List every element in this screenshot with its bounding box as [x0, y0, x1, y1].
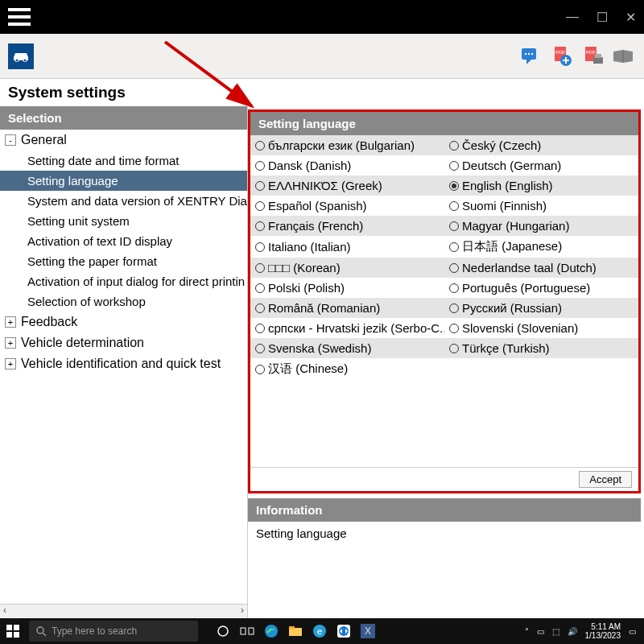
svg-rect-16	[6, 632, 12, 638]
tray-chevron-icon[interactable]: ˄	[525, 627, 529, 636]
radio-icon[interactable]	[255, 283, 265, 293]
svg-point-18	[37, 627, 43, 634]
information-header: Information	[248, 498, 641, 522]
radio-icon[interactable]	[449, 181, 459, 191]
minimize-button[interactable]: —	[566, 10, 579, 24]
tree-toggle-icon[interactable]: +	[5, 337, 16, 349]
hamburger-menu[interactable]	[8, 8, 31, 26]
radio-icon[interactable]	[255, 344, 265, 353]
radio-icon[interactable]	[449, 324, 459, 333]
ie-icon[interactable]: e	[311, 622, 328, 640]
radio-icon[interactable]	[255, 161, 265, 171]
radio-icon[interactable]	[255, 324, 265, 333]
language-option[interactable]: 汉语 (Chinese)	[250, 358, 444, 380]
svg-point-0	[15, 59, 19, 62]
book-icon[interactable]	[610, 43, 636, 69]
sidebar-item[interactable]: Activation of text ID display	[0, 231, 247, 251]
language-option[interactable]: Français (French)	[250, 216, 444, 236]
sidebar-item[interactable]: Activation of input dialog for direct pr…	[0, 271, 247, 291]
tree-toggle-icon[interactable]: +	[5, 316, 16, 328]
sidebar-scrollbar[interactable]: ‹ ›	[0, 604, 247, 618]
sidebar-item[interactable]: +Vehicle determination	[0, 332, 247, 353]
language-option[interactable]: 日本語 (Japanese)	[444, 236, 638, 258]
pdf-load-icon[interactable]: PDF	[549, 43, 575, 69]
tray-volume-icon[interactable]: 🔊	[568, 627, 577, 636]
maximize-button[interactable]: ☐	[597, 10, 608, 25]
sidebar-item[interactable]: Selection of workshop	[0, 291, 247, 312]
tray-network-icon[interactable]: ⬚	[552, 627, 559, 636]
svg-point-5	[531, 52, 533, 54]
sidebar-item[interactable]: Setting date and time format	[0, 151, 247, 171]
tray-battery-icon[interactable]: ▭	[537, 627, 544, 636]
sidebar-item[interactable]: Setting unit system	[0, 211, 247, 231]
sidebar-item[interactable]: Setting the paper format	[0, 251, 247, 271]
language-option[interactable]: Español (Spanish)	[250, 196, 444, 216]
language-option[interactable]: English (English)	[444, 175, 638, 196]
radio-icon[interactable]	[255, 242, 265, 252]
language-option[interactable]: Magyar (Hungarian)	[444, 216, 638, 236]
chat-icon[interactable]	[518, 43, 544, 69]
scroll-right-icon[interactable]: ›	[241, 605, 244, 618]
radio-icon[interactable]	[255, 221, 265, 231]
task-view-icon[interactable]	[238, 622, 256, 640]
explorer-icon[interactable]	[287, 622, 304, 640]
sidebar-item[interactable]: +Feedback	[0, 312, 247, 332]
language-option[interactable]: български език (Bulgarian)	[250, 135, 444, 155]
sidebar-item[interactable]: System and data version of XENTRY Dia	[0, 191, 247, 211]
language-option[interactable]: Nederlandse taal (Dutch)	[444, 258, 638, 278]
search-placeholder: Type here to search	[52, 625, 137, 637]
language-option[interactable]: Русский (Russian)	[444, 298, 638, 318]
radio-icon[interactable]	[255, 141, 265, 151]
language-option[interactable]: српски - Hrvatski jezik (Serbo-C...	[250, 318, 444, 338]
radio-icon[interactable]	[449, 201, 459, 211]
car-icon[interactable]	[8, 43, 34, 69]
language-option[interactable]: Dansk (Danish)	[250, 155, 444, 175]
radio-icon[interactable]	[449, 161, 459, 171]
language-option[interactable]: Türkçe (Turkish)	[444, 338, 638, 358]
app-toolbar: PDF PDF	[0, 34, 644, 79]
language-option[interactable]: Português (Portuguese)	[444, 278, 638, 298]
tree-toggle-icon[interactable]: -	[5, 134, 16, 146]
svg-point-20	[218, 626, 228, 636]
start-button[interactable]	[0, 618, 26, 644]
radio-icon[interactable]	[255, 365, 265, 374]
language-option[interactable]: Slovenski (Slovenian)	[444, 318, 638, 338]
close-button[interactable]: ✕	[625, 10, 636, 25]
pdf-print-icon[interactable]: PDF	[580, 43, 605, 69]
radio-icon[interactable]	[449, 263, 459, 273]
scroll-left-icon[interactable]: ‹	[3, 605, 6, 618]
language-option[interactable]: Italiano (Italian)	[250, 236, 444, 258]
xentry-icon[interactable]: X	[359, 622, 377, 640]
radio-icon[interactable]	[449, 141, 459, 151]
language-option[interactable]: Polski (Polish)	[250, 278, 444, 298]
cortana-icon[interactable]	[214, 622, 232, 640]
radio-icon[interactable]	[449, 242, 459, 252]
language-option[interactable]: ΕΛΛΗΝΙΚΌΣ (Greek)	[250, 175, 444, 196]
radio-icon[interactable]	[255, 181, 265, 191]
edge-icon[interactable]	[262, 622, 280, 640]
sidebar-item[interactable]: +Vehicle identification and quick test	[0, 353, 247, 374]
accept-button[interactable]: Accept	[579, 471, 632, 488]
language-label: Español (Spanish)	[268, 199, 367, 213]
sidebar-item[interactable]: -General	[0, 130, 247, 151]
radio-icon[interactable]	[449, 283, 459, 293]
language-option[interactable]: Română (Romanian)	[250, 298, 444, 318]
radio-icon[interactable]	[255, 263, 265, 273]
tray-clock[interactable]: 5:11 AM 1/13/2023	[585, 622, 621, 640]
language-option[interactable]: Český (Czech)	[444, 135, 638, 155]
radio-icon[interactable]	[255, 201, 265, 211]
radio-icon[interactable]	[449, 221, 459, 231]
language-option[interactable]: Suomi (Finnish)	[444, 196, 638, 216]
teamviewer-icon[interactable]	[335, 622, 353, 640]
sidebar-item[interactable]: Setting language	[0, 171, 247, 191]
search-input[interactable]: Type here to search	[29, 621, 198, 642]
radio-icon[interactable]	[449, 344, 459, 353]
language-option[interactable]: □□□ (Korean)	[250, 258, 444, 278]
svg-rect-11	[593, 57, 603, 64]
tray-notifications-icon[interactable]: ▭	[629, 627, 636, 636]
language-option[interactable]: Deutsch (German)	[444, 155, 638, 175]
language-option[interactable]: Svenska (Swedish)	[250, 338, 444, 358]
radio-icon[interactable]	[449, 303, 459, 313]
tree-toggle-icon[interactable]: +	[5, 358, 16, 369]
radio-icon[interactable]	[255, 303, 265, 313]
